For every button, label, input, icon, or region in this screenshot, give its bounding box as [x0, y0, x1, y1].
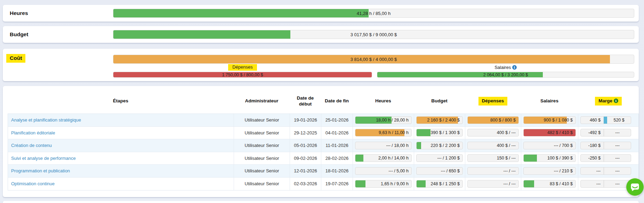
- heures-progress-bar: 18,00 h / 28,00 h: [355, 116, 412, 124]
- marge-left-value: ---: [581, 167, 604, 174]
- salaires-cell: 900 $ / 1 080 $: [521, 114, 578, 126]
- etape-link[interactable]: Programmation et publication: [11, 168, 70, 173]
- depenses-value: 400 $ / ---: [497, 142, 516, 149]
- salaires-cell: 482 $ / 410 $: [521, 127, 578, 139]
- marge-left-value: -180 $: [581, 142, 604, 149]
- table-row: Suivi et analyse de performanceUtilisate…: [8, 152, 638, 165]
- depenses-sublabel: Dépenses: [228, 64, 257, 71]
- date-fin-cell: 28-02-2026: [321, 152, 353, 165]
- marge-cell: 460 $520 $: [578, 114, 638, 126]
- marge-info-icon[interactable]: i: [614, 99, 618, 103]
- budget-value: 248 $ / 1 250 $: [431, 180, 460, 188]
- etape-link[interactable]: Création de contenu: [11, 143, 52, 148]
- col-header-salaires: Salaires: [521, 98, 578, 104]
- chat-bubble-icon: [626, 178, 644, 196]
- heures-summary-card: Heures 41,28 h / 85,00 h: [3, 5, 639, 22]
- budget-cell: 248 $ / 1 250 $: [414, 178, 465, 190]
- salaires-progress-bar: 900 $ / 1 080 $: [523, 116, 576, 124]
- depenses-progress-bar: 400 $ / ---: [467, 142, 519, 149]
- date-debut-cell: 12-01-2026: [290, 165, 321, 177]
- col-header-date-fin: Date de fin: [321, 98, 353, 104]
- date-debut-cell: 09-02-2026: [290, 152, 321, 165]
- chat-launcher-button[interactable]: [626, 178, 644, 196]
- cout-progress-bar: 3 814,00 $ / 4 000,00 $: [113, 55, 634, 64]
- etape-name-cell: Analyse et planification stratégique: [8, 114, 234, 126]
- date-debut-cell: 05-01-2026: [290, 139, 321, 152]
- salaires-progress-bar: 482 $ / 410 $: [523, 129, 576, 136]
- depenses-value: --- / ---: [504, 167, 516, 175]
- depenses-value: --- / ---: [504, 180, 516, 188]
- salaires-progress-bar: 83 $ / 410 $: [523, 180, 576, 188]
- depenses-sublabel-zone: Dépenses: [113, 64, 372, 72]
- col-header-depenses: Dépenses: [465, 97, 521, 106]
- depenses-cell: --- / ---: [465, 165, 521, 177]
- marge-cell: ------: [578, 165, 638, 177]
- next-card-edge: [3, 201, 639, 203]
- etape-name-cell: Programmation et publication: [8, 165, 234, 177]
- budget-value: --- / 1 200 $: [437, 155, 460, 162]
- budget-progress-bar: --- / 650 $: [416, 167, 463, 175]
- heures-progress-value: 41,28 h / 85,00 h: [113, 9, 634, 18]
- depenses-cell: 400 $ / ---: [465, 139, 521, 152]
- depenses-cell: 150 $ / ---: [465, 152, 521, 165]
- marge-cell: -180 $---: [578, 139, 638, 152]
- administrateur-cell: Utilisateur Senior: [234, 165, 290, 177]
- marge-cell: -250 $---: [578, 152, 638, 165]
- table-row: Analyse et planification stratégiqueUtil…: [8, 114, 638, 127]
- etape-name-cell: Optimisation continue: [8, 178, 234, 190]
- table-row: Optimisation continueUtilisateur Senior0…: [8, 178, 638, 190]
- budget-value: 220 $ / 2 200 $: [431, 142, 460, 149]
- etape-link[interactable]: Analyse et planification stratégique: [11, 117, 81, 123]
- col-header-administrateur: Administrateur: [234, 98, 290, 104]
- salaires-value: --- / 210 $: [554, 167, 573, 175]
- heures-progress-bar: 2,00 h / 14,00 h: [355, 154, 412, 162]
- budget-cell: 220 $ / 2 200 $: [414, 139, 465, 152]
- marge-left-value: -250 $: [581, 155, 604, 162]
- etape-name-cell: Planification éditoriale: [8, 127, 234, 139]
- budget-label: Budget: [10, 26, 28, 43]
- col-header-date-debut: Date de début: [290, 95, 321, 107]
- salaires-info-icon[interactable]: i: [512, 65, 517, 70]
- salaires-value: 83 $ / 410 $: [550, 180, 573, 188]
- table-row: Programmation et publicationUtilisateur …: [8, 165, 638, 178]
- etape-link[interactable]: Planification éditoriale: [11, 130, 55, 135]
- cout-label: Coût: [6, 54, 25, 63]
- heures-value: 1,65 h / 9,00 h: [381, 180, 409, 188]
- heures-progress-bar: --- / 5,00 h: [355, 167, 412, 175]
- date-fin-cell: 25-01-2026: [321, 114, 353, 126]
- date-fin-cell: 11-01-2026: [321, 139, 353, 152]
- salaires-progress-bar: --- / 700 $: [523, 142, 576, 149]
- heures-cell: 1,65 h / 9,00 h: [353, 178, 414, 190]
- marge-right-value: ---: [604, 129, 631, 136]
- heures-label: Heures: [10, 5, 28, 22]
- col-header-marge: Marge i: [578, 97, 639, 106]
- col-header-etapes: Étapes: [8, 98, 234, 104]
- table-row: Planification éditorialeUtilisateur Seni…: [8, 127, 638, 140]
- marge-left-value: -492 $: [581, 129, 604, 136]
- budget-cell: 2 160 $ / 2 400 $: [414, 114, 465, 126]
- salaires-value: 100 $ / 390 $: [547, 155, 573, 162]
- heures-progress-bar: 41,28 h / 85,00 h: [113, 9, 634, 18]
- etape-link[interactable]: Optimisation continue: [11, 181, 55, 186]
- budget-progress-bar: 390 $ / 1 300 $: [416, 129, 463, 136]
- depenses-progress-bar: 150 $ / ---: [467, 154, 519, 162]
- table-header-row: Étapes Administrateur Date de début Date…: [8, 89, 639, 114]
- marge-marker: [604, 117, 607, 124]
- heures-progress-bar: 1,65 h / 9,00 h: [355, 180, 412, 188]
- budget-summary-card: Budget 3 017,50 $ / 9 000,00 $: [3, 26, 639, 43]
- stages-table: Étapes Administrateur Date de début Date…: [8, 89, 639, 190]
- date-debut-cell: 29-12-2025: [290, 127, 321, 139]
- marge-bar: -250 $---: [580, 154, 631, 162]
- heures-progress-bar: 9,63 h / 11,00 h: [355, 129, 412, 136]
- depenses-progress-bar: 1 750,00 $ / 800,00 $: [113, 72, 372, 78]
- marge-left-value: ---: [581, 180, 604, 187]
- salaires-value: 900 $ / 1 080 $: [544, 117, 573, 124]
- marge-right-value: ---: [604, 155, 631, 162]
- heures-value: 2,00 h / 14,00 h: [378, 155, 409, 162]
- depenses-progress-bar: --- / ---: [467, 180, 519, 188]
- heures-value: 9,63 h / 11,00 h: [379, 129, 409, 136]
- marge-left-value: 460 $: [581, 117, 604, 124]
- salaires-progress-bar: --- / 210 $: [523, 167, 576, 175]
- etape-link[interactable]: Suivi et analyse de performance: [11, 156, 76, 161]
- budget-cell: --- / 650 $: [414, 165, 465, 177]
